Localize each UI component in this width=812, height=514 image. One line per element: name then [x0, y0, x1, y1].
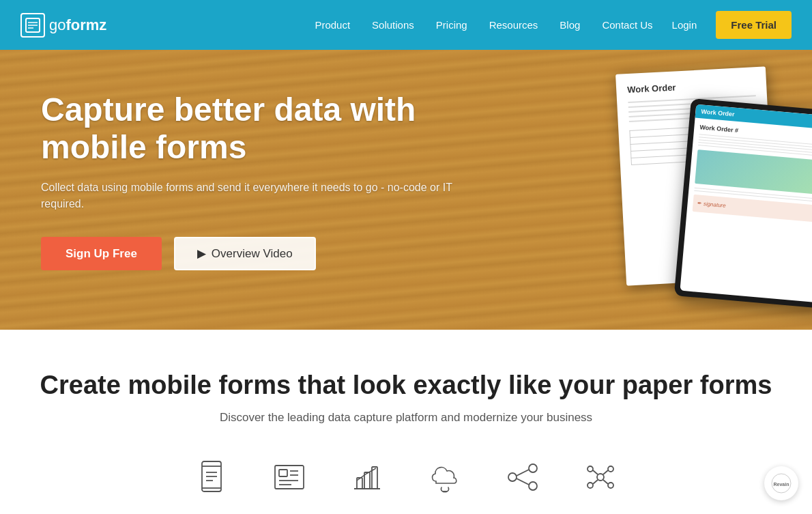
svg-rect-11 — [279, 470, 287, 476]
paper-title: Work Order — [627, 78, 756, 95]
nav-contact[interactable]: Contact Us — [602, 19, 652, 31]
feature-integration — [582, 459, 619, 496]
navbar: goformz Product Solutions Pricing Resour… — [0, 0, 812, 50]
nav-resources[interactable]: Resources — [489, 19, 538, 31]
play-icon: ▶ — [197, 246, 206, 261]
svg-line-32 — [603, 470, 608, 474]
free-trial-button[interactable]: Free Trial — [716, 11, 792, 39]
workflow-icon — [504, 459, 541, 496]
svg-line-25 — [517, 479, 529, 485]
logo[interactable]: goformz — [20, 13, 106, 38]
main-section: Create mobile forms that look exactly li… — [0, 330, 812, 514]
overview-video-button[interactable]: ▶ Overview Video — [174, 237, 316, 270]
nav-links: Product Solutions Pricing Resources Blog — [315, 19, 580, 31]
form-template-icon — [271, 459, 308, 496]
nav-right: Contact Us Login Free Trial — [602, 11, 792, 39]
tablet-screen: Work Order Work Order # ✒ signature — [680, 104, 812, 303]
integration-icon — [582, 459, 619, 496]
analytics-icon — [349, 459, 386, 496]
svg-point-30 — [608, 483, 613, 488]
revain-icon: Revain — [771, 473, 792, 494]
features-icons-row — [27, 459, 785, 509]
svg-point-26 — [597, 474, 604, 481]
hero-section: Capture better data with mobile forms Co… — [0, 50, 812, 330]
svg-line-33 — [593, 480, 598, 484]
nav-pricing[interactable]: Pricing — [436, 19, 467, 31]
feature-workflow — [504, 459, 541, 496]
svg-point-27 — [588, 466, 593, 472]
hero-content: Capture better data with mobile forms Co… — [0, 50, 478, 270]
logo-text: goformz — [49, 16, 106, 34]
svg-point-21 — [508, 473, 517, 481]
tablet-content: Work Order # ✒ signature — [686, 118, 812, 229]
svg-point-23 — [529, 482, 537, 490]
svg-point-22 — [529, 464, 537, 472]
section-subtitle: Discover the leading data capture platfo… — [27, 411, 785, 425]
nav-blog[interactable]: Blog — [560, 19, 580, 31]
svg-line-31 — [593, 470, 598, 474]
svg-line-34 — [603, 480, 608, 484]
feature-template — [271, 459, 308, 496]
section-title: Create mobile forms that look exactly li… — [27, 371, 785, 400]
feature-cloud — [426, 459, 463, 496]
feature-mobile — [193, 459, 230, 496]
hero-buttons: Sign Up Free ▶ Overview Video — [41, 237, 478, 270]
signup-button[interactable]: Sign Up Free — [41, 237, 162, 270]
hero-title: Capture better data with mobile forms — [41, 91, 478, 166]
svg-line-24 — [517, 470, 529, 476]
nav-solutions[interactable]: Solutions — [372, 19, 414, 31]
mobile-form-icon — [193, 459, 230, 496]
tablet-device: Work Order Work Order # ✒ signature — [674, 98, 812, 309]
tablet-image — [695, 149, 812, 195]
svg-point-29 — [588, 483, 593, 488]
hero-mockup: Work Order Work Order Work Order # — [512, 63, 812, 323]
feature-analytics — [349, 459, 386, 496]
svg-rect-10 — [275, 466, 304, 489]
cloud-sync-icon — [426, 459, 463, 496]
nav-product[interactable]: Product — [315, 19, 350, 31]
hero-subtitle: Collect data using mobile forms and send… — [41, 180, 478, 212]
svg-point-28 — [608, 466, 613, 472]
nav-login[interactable]: Login — [672, 19, 697, 31]
svg-text:Revain: Revain — [774, 482, 789, 487]
revain-badge[interactable]: Revain — [764, 466, 798, 500]
logo-icon — [20, 13, 45, 38]
